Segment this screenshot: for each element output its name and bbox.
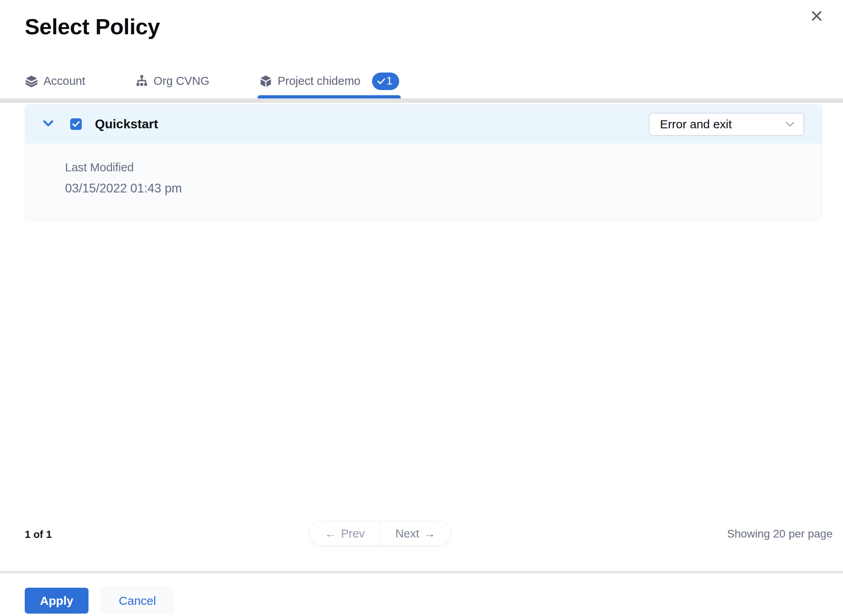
select-policy-modal: Select Policy Account (0, 0, 843, 616)
chevron-down-icon (43, 120, 54, 129)
check-icon (377, 78, 385, 84)
tab-label: Account (43, 75, 85, 88)
arrow-right-icon: → (424, 527, 435, 540)
close-icon (810, 10, 823, 24)
tab-org-cvng[interactable]: Org CVNG (135, 64, 209, 98)
tab-project-chidemo[interactable]: Project chidemo 1 (259, 64, 399, 98)
checkmark-icon (72, 121, 80, 127)
next-label: Next (395, 527, 419, 540)
cancel-button[interactable]: Cancel (100, 588, 174, 614)
page-title: Select Policy (25, 14, 160, 39)
badge-count: 1 (386, 75, 392, 87)
pager: ← Prev Next → (309, 521, 451, 546)
layers-icon (25, 75, 38, 88)
policy-action-value: Error and exit (660, 118, 732, 131)
tab-label: Project chidemo (278, 75, 360, 88)
policy-card: Quickstart Error and exit Last Modified … (25, 104, 822, 221)
page-info: 1 of 1 (25, 528, 52, 541)
tabs-divider (0, 98, 843, 103)
footer-divider (0, 571, 843, 573)
tab-label: Org CVNG (154, 75, 209, 88)
tab-account[interactable]: Account (25, 64, 85, 98)
policy-row-header: Quickstart Error and exit (25, 105, 822, 143)
scope-tabs: Account Org CVNG (25, 64, 399, 98)
policy-action-select[interactable]: Error and exit (649, 113, 804, 136)
close-button[interactable] (807, 7, 826, 26)
org-chart-icon (135, 75, 148, 88)
prev-label: Prev (341, 527, 365, 540)
selected-count-badge: 1 (372, 73, 399, 90)
cube-icon (259, 75, 272, 88)
prev-page-button[interactable]: ← Prev (309, 522, 380, 545)
arrow-left-icon: ← (325, 527, 336, 540)
last-modified-value: 03/15/2022 01:43 pm (65, 181, 822, 196)
policy-name: Quickstart (95, 117, 158, 131)
last-modified-label: Last Modified (65, 161, 822, 174)
next-page-button[interactable]: Next → (380, 522, 451, 545)
per-page-info: Showing 20 per page (727, 528, 833, 540)
chevron-down-icon (786, 122, 795, 127)
collapse-toggle[interactable] (42, 118, 54, 130)
apply-button[interactable]: Apply (25, 588, 89, 614)
policy-checkbox[interactable] (70, 118, 82, 130)
policy-row-details: Last Modified 03/15/2022 01:43 pm (25, 143, 822, 220)
